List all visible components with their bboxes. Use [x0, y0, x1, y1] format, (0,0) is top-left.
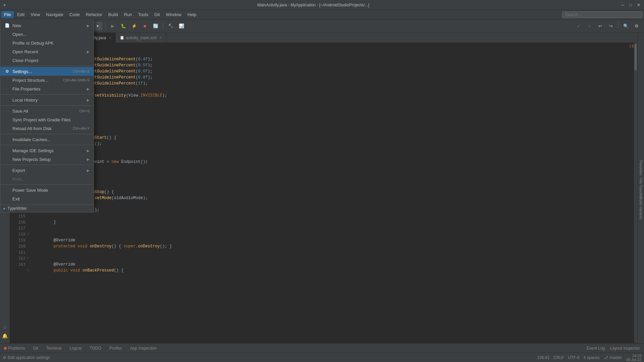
menu-tools[interactable]: Tools — [136, 11, 151, 18]
line-num: 155 — [10, 213, 25, 219]
window-title: MainActivity.java - MyApplication - [~/A… — [257, 3, 369, 7]
power-save-icon — [4, 187, 10, 193]
minimize-button[interactable]: ─ — [620, 2, 625, 8]
close-button[interactable]: ✕ — [636, 2, 641, 8]
logcat-label: Logcat — [69, 346, 82, 351]
terminal-tab[interactable]: Terminal — [45, 345, 63, 351]
favorites-icon[interactable]: ☆ — [1, 323, 9, 331]
sync-button[interactable]: 🔄 — [151, 21, 160, 31]
typewriter-item[interactable]: ● TypeWriter — [0, 205, 94, 213]
logcat-tab[interactable]: Logcat — [68, 345, 83, 351]
app-logo: ✦ — [3, 2, 7, 8]
menu-build[interactable]: Build — [106, 11, 121, 18]
menu-item-open-recent[interactable]: Open Recent ▶ — [0, 47, 94, 56]
indentation[interactable]: 4 spaces — [583, 355, 599, 360]
app-inspection-tab[interactable]: App Inspection — [129, 345, 158, 351]
run-button[interactable]: ▶ — [108, 21, 117, 31]
mainactivity-tab-close[interactable]: ✕ — [109, 36, 111, 40]
sync-gradle-icon — [4, 117, 10, 122]
redo-button[interactable]: ↪ — [606, 21, 615, 31]
problems-tab[interactable]: Problems — [3, 345, 26, 351]
menu-item-reload[interactable]: Reload All from Disk Ctrl+Alt+Y — [0, 124, 94, 133]
menu-help[interactable]: Help — [185, 11, 199, 18]
menu-window[interactable]: Window — [163, 11, 184, 18]
menu-settings-label: Settings... — [12, 69, 32, 74]
menu-item-file-properties[interactable]: File Properties ▶ — [0, 84, 94, 93]
git-tab[interactable]: Git — [32, 345, 40, 351]
bottom-panel: Problems Git Terminal Logcat TODO Profil… — [0, 343, 644, 353]
profile-button[interactable]: ⚡ — [129, 21, 139, 31]
undo-button[interactable]: ↩ — [595, 21, 605, 31]
menu-item-close-project[interactable]: Close Project — [0, 56, 94, 65]
encoding[interactable]: UTF-8 — [568, 355, 579, 360]
line-num: 163 — [10, 261, 25, 267]
menu-item-open[interactable]: Open... — [0, 30, 94, 39]
title-bar-left: ✦ — [3, 2, 7, 8]
menu-item-manage-ide[interactable]: Manage IDE Settings ▶ — [0, 146, 94, 155]
line-num: 158 — [10, 231, 25, 237]
code-editor[interactable]: ◉ 138 139 140 ◉ 141 142 143 144 145 146 … — [10, 43, 637, 343]
search-button[interactable]: 🔍 — [621, 21, 631, 31]
menu-item-sync-gradle[interactable]: Sync Project with Gradle Files — [0, 115, 94, 124]
stop-button[interactable]: ■ — [140, 21, 150, 31]
git-push-button[interactable]: ↑ — [585, 21, 594, 31]
print-icon — [4, 176, 10, 182]
event-log-tab[interactable]: Event Log — [585, 345, 606, 351]
menu-item-settings[interactable]: ⚙ Settings... Ctrl+Alt+S — [0, 67, 94, 76]
code-area[interactable]: guideline1.setGuidelinePercent(0.4f); gu… — [32, 43, 629, 343]
menu-reload-label: Reload All from Disk — [12, 126, 52, 131]
status-bar: ⚙ Edit application settings 136:43 CRLF … — [0, 353, 644, 362]
git-check-button[interactable]: ✓ — [574, 21, 583, 31]
favorites-panel-label[interactable]: Favorites — [638, 159, 644, 177]
manage-ide-arrow: ▶ — [87, 149, 90, 153]
menu-navigate[interactable]: Navigate — [43, 11, 66, 18]
layout-inspector-label: Layout Inspector — [610, 346, 640, 351]
menu-item-new[interactable]: 📄 New ▶ — [0, 21, 94, 30]
right-gutter: 2 1 — [629, 43, 634, 343]
debug-button[interactable]: 🐛 — [119, 21, 128, 31]
menu-item-new-projects-setup[interactable]: New Projects Setup ▶ — [0, 155, 94, 164]
layout-inspector-tab[interactable]: Layout Inspector — [609, 345, 641, 351]
build-button[interactable]: 🔨 — [166, 21, 175, 31]
coverage-button[interactable]: 📊 — [177, 21, 186, 31]
menu-code[interactable]: Code — [67, 11, 83, 18]
menu-item-local-history[interactable]: Local History ▶ — [0, 96, 94, 104]
datetime-label: 14:19 08-Jul-22 — [626, 354, 641, 362]
notifications-icon[interactable]: 🔔 — [1, 332, 9, 340]
menu-run[interactable]: Run — [121, 11, 135, 18]
fm-sep-3 — [0, 105, 94, 106]
todo-tab[interactable]: TODO — [88, 345, 102, 351]
menu-file[interactable]: File — [1, 11, 14, 18]
scrollbar-thumb[interactable] — [635, 44, 637, 70]
menu-item-export[interactable]: Export ▶ — [0, 166, 94, 175]
typewriter-label: TypeWriter — [7, 206, 27, 211]
menu-close-project-label: Close Project — [12, 58, 38, 63]
edit-settings-item[interactable]: ⚙ Edit application settings — [3, 355, 50, 360]
search-input[interactable] — [562, 11, 643, 18]
new-icon: 📄 — [4, 23, 10, 28]
menu-open-recent-label: Open Recent — [12, 49, 38, 54]
profiler-tab[interactable]: Profiler — [108, 345, 123, 351]
vcs-branch[interactable]: ⎇ master — [603, 355, 622, 360]
menu-item-project-structure[interactable]: Project Structure... Ctrl+Alt+Shift+S — [0, 76, 94, 84]
menu-view[interactable]: View — [28, 11, 43, 18]
menu-item-power-save[interactable]: Power Save Mode — [0, 186, 94, 194]
open-recent-arrow: ▶ — [87, 50, 90, 54]
menu-item-profile-apk[interactable]: Profile or Debug APK — [0, 39, 94, 47]
maximize-button[interactable]: □ — [628, 2, 633, 8]
save-all-icon — [4, 108, 10, 114]
vertical-scrollbar[interactable] — [634, 43, 637, 343]
menu-item-save-all[interactable]: Save All Ctrl+S — [0, 107, 94, 115]
tab-activity-main[interactable]: 📋 activity_main.xml ✕ — [116, 33, 166, 43]
line-ending[interactable]: CRLF — [553, 355, 564, 360]
cursor-pos-label: 136:43 — [537, 355, 549, 360]
build-variants-panel-label[interactable]: Build Variants — [638, 195, 644, 221]
menu-edit[interactable]: Edit — [14, 11, 27, 18]
cursor-position[interactable]: 136:43 — [537, 355, 549, 360]
menu-git[interactable]: Git — [152, 11, 163, 18]
menu-refactor[interactable]: Refactor — [83, 11, 105, 18]
activity-main-tab-close[interactable]: ✕ — [159, 36, 162, 40]
menu-item-exit[interactable]: Exit — [0, 194, 94, 203]
settings-button[interactable]: ⚙ — [632, 21, 641, 31]
menu-item-invalidate[interactable]: Invalidate Caches... — [0, 135, 94, 144]
